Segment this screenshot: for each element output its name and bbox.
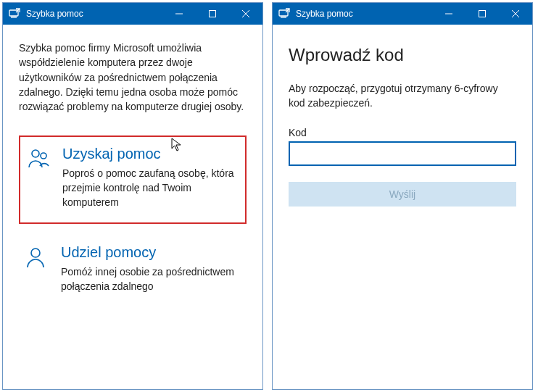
app-icon — [9, 8, 20, 20]
svg-point-8 — [31, 249, 40, 257]
svg-rect-1 — [11, 17, 17, 18]
titlebar: Szybka pomoc — [3, 3, 262, 25]
get-assistance-desc: Poproś o pomoc zaufaną osobę, która prze… — [62, 167, 239, 209]
quick-assist-window-left: Szybka pomoc Szybka pomoc firmy Microsof… — [2, 2, 263, 390]
quick-assist-window-right: Szybka pomoc Wprowadź kod Aby rozpocząć,… — [272, 2, 533, 390]
window-title: Szybka pomoc — [26, 9, 162, 19]
maximize-button[interactable] — [196, 3, 229, 25]
minimize-button[interactable] — [162, 3, 196, 25]
send-button[interactable]: Wyślij — [289, 182, 516, 207]
svg-rect-3 — [210, 11, 216, 17]
minimize-button[interactable] — [432, 3, 465, 25]
get-assistance-title: Uzyskaj pomoc — [62, 146, 239, 162]
window-body: Wprowadź kod Aby rozpocząć, przygotuj ot… — [273, 25, 532, 389]
get-assistance-option[interactable]: Uzyskaj pomoc Poproś o pomoc zaufaną oso… — [19, 135, 247, 224]
close-button[interactable] — [229, 3, 262, 25]
intro-text: Szybka pomoc firmy Microsoft umożliwia w… — [19, 41, 247, 114]
titlebar: Szybka pomoc — [273, 3, 532, 25]
person-icon — [25, 244, 51, 272]
svg-point-6 — [32, 150, 39, 157]
give-assistance-option[interactable]: Udziel pomocy Pomóż innej osobie za pośr… — [19, 235, 247, 306]
svg-point-7 — [41, 153, 46, 159]
people-icon — [26, 146, 52, 174]
svg-rect-10 — [281, 17, 286, 18]
page-heading: Wprowadź kod — [289, 45, 516, 65]
lead-text: Aby rozpocząć, przygotuj otrzymany 6-cyf… — [289, 81, 516, 111]
maximize-button[interactable] — [465, 3, 499, 25]
svg-rect-12 — [479, 11, 486, 17]
code-input[interactable] — [289, 141, 516, 166]
give-assistance-title: Udziel pomocy — [61, 244, 241, 261]
app-icon — [278, 8, 290, 20]
window-body: Szybka pomoc firmy Microsoft umożliwia w… — [3, 25, 262, 389]
code-label: Kod — [289, 127, 516, 138]
window-title: Szybka pomoc — [296, 9, 432, 19]
close-button[interactable] — [499, 3, 532, 25]
give-assistance-desc: Pomóż innej osobie za pośrednictwem połą… — [61, 265, 241, 293]
